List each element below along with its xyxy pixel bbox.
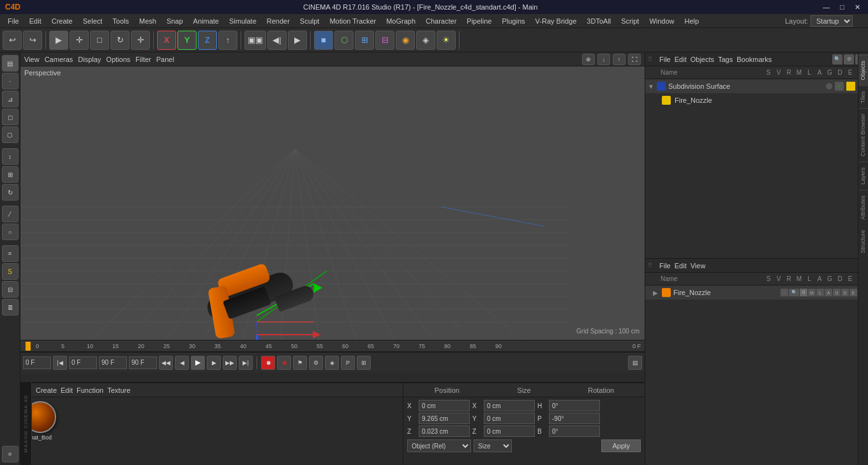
auto-record-btn[interactable]: ⏺ xyxy=(277,356,291,370)
menu-mograph[interactable]: MoGraph xyxy=(381,16,421,26)
obj-menu-objects[interactable]: Objects xyxy=(691,56,714,63)
menu-script[interactable]: Script xyxy=(616,16,644,26)
menu-window[interactable]: Window xyxy=(644,16,679,26)
transform-btn[interactable]: ✛ xyxy=(131,31,150,50)
rotate-tool-btn[interactable]: ↻ xyxy=(110,31,130,50)
edge-mode-btn[interactable]: ⊿ xyxy=(2,91,19,107)
record-btn[interactable]: ⏺ xyxy=(261,356,275,370)
rot-b-input[interactable]: 0° xyxy=(549,425,600,437)
menu-character[interactable]: Character xyxy=(421,16,461,26)
vp-icon3[interactable]: ↑ xyxy=(613,54,625,65)
vp-menu-cameras[interactable]: Cameras xyxy=(45,56,73,63)
brush-btn[interactable]: ○ xyxy=(2,224,19,240)
icon-l[interactable]: L xyxy=(816,289,824,296)
icon-e[interactable]: E xyxy=(849,289,857,296)
camera-btn[interactable]: ◈ xyxy=(416,31,435,50)
pos-y-input[interactable]: 9.265 cm xyxy=(419,413,470,424)
end-frame-input[interactable]: 90 F xyxy=(99,356,127,369)
pos-x-input[interactable]: 0 cm xyxy=(419,400,470,411)
timeline-settings-btn[interactable]: ⚙ xyxy=(309,356,323,370)
cube-btn[interactable]: ■ xyxy=(314,31,333,50)
minimize-btn[interactable]: — xyxy=(820,3,832,11)
pos-z-input[interactable]: 0.023 cm xyxy=(419,425,470,437)
menu-file[interactable]: File xyxy=(3,16,24,26)
vp-icon1[interactable]: ⊕ xyxy=(582,54,595,65)
menu-create[interactable]: Create xyxy=(47,16,78,26)
play-btn[interactable]: ▶ xyxy=(191,356,205,370)
3d-viewport[interactable]: Perspective xyxy=(20,66,645,340)
icon-g[interactable]: G xyxy=(833,289,841,296)
axis-x-btn[interactable]: X xyxy=(157,31,176,50)
goto-start-btn[interactable]: |◀ xyxy=(53,356,67,370)
mat-menu-edit[interactable]: Edit xyxy=(61,386,73,394)
start-frame-input[interactable]: 0 F xyxy=(69,356,97,369)
vp-menu-view[interactable]: View xyxy=(24,56,40,63)
close-btn[interactable]: ✕ xyxy=(852,3,863,11)
maximize-btn[interactable]: □ xyxy=(837,3,847,11)
menu-mesh[interactable]: Mesh xyxy=(134,16,161,26)
menu-animate[interactable]: Animate xyxy=(188,16,224,26)
size-z-input[interactable]: 0 cm xyxy=(484,425,535,437)
lower-menu-view[interactable]: View xyxy=(691,262,706,270)
model-mode-btn[interactable]: ▤ xyxy=(2,55,19,72)
icon-a[interactable]: A xyxy=(825,289,832,296)
move-mode-btn[interactable]: ↕ xyxy=(2,148,19,165)
keyframe-selection-btn[interactable]: ◈ xyxy=(325,356,339,370)
menu-edit[interactable]: Edit xyxy=(24,16,47,26)
prev-frame-btn[interactable]: ◀◀ xyxy=(159,356,173,370)
search-icon[interactable]: 🔍 xyxy=(832,54,842,65)
select-tool-btn[interactable]: ▶ xyxy=(49,31,68,50)
icon-m[interactable]: M xyxy=(808,289,816,296)
frame-mode-btn[interactable]: ▣▣ xyxy=(244,31,266,50)
goto-end-btn[interactable]: ▶| xyxy=(239,356,253,370)
path-btn[interactable]: P xyxy=(341,356,355,370)
play-btn[interactable]: ▶ xyxy=(288,31,307,50)
mat-menu-create[interactable]: Create xyxy=(36,386,57,394)
menu-3dtoall[interactable]: 3DToAll xyxy=(581,16,616,26)
layer-btn[interactable]: ≡ xyxy=(2,245,19,262)
menu-help[interactable]: Help xyxy=(680,16,705,26)
menu-simulate[interactable]: Simulate xyxy=(224,16,262,26)
lower-menu-file[interactable]: File xyxy=(659,262,671,270)
scene-btn[interactable]: ◉ xyxy=(396,31,415,50)
menu-motion-tracker[interactable]: Motion Tracker xyxy=(324,16,381,26)
next-keyframe-btn[interactable]: ▶ xyxy=(207,356,221,370)
size-y-input[interactable]: 0 cm xyxy=(484,413,535,424)
floor-btn[interactable]: ≡ xyxy=(2,446,19,462)
spline-btn[interactable]: ⬡ xyxy=(334,31,354,50)
tab-content-browser[interactable]: Content Browser xyxy=(858,108,869,162)
mat-menu-texture[interactable]: Texture xyxy=(107,386,130,394)
tab-attributes[interactable]: Attributes xyxy=(858,190,869,225)
axis-z-btn[interactable]: Z xyxy=(198,31,217,50)
menu-render[interactable]: Render xyxy=(262,16,295,26)
menu-pipeline[interactable]: Pipeline xyxy=(461,16,497,26)
options-btn[interactable]: ≣ xyxy=(2,299,19,316)
undo-btn[interactable]: ↩ xyxy=(3,31,22,50)
menu-vray[interactable]: V-Ray Bridge xyxy=(530,16,582,26)
snap-btn[interactable]: S xyxy=(2,263,19,280)
tab-structure[interactable]: Structure xyxy=(858,225,869,259)
tab-objects[interactable]: Objects xyxy=(858,55,869,86)
coord-system-dropdown[interactable]: Object (Rel) World xyxy=(407,439,471,452)
menu-tools[interactable]: Tools xyxy=(107,16,134,26)
move-tool-btn[interactable]: ✛ xyxy=(70,31,89,50)
fire-nozzle-row[interactable]: Fire_Nozzle xyxy=(645,93,868,107)
icon-v[interactable]: 🔍 xyxy=(789,289,799,296)
playhead-marker[interactable] xyxy=(26,343,31,349)
point-mode-btn[interactable]: · xyxy=(2,73,19,89)
subdiv-surface-row[interactable]: ▼ Subdivision Surface ✓ × xyxy=(645,79,868,93)
prev-keyframe-btn[interactable]: ◀ xyxy=(175,356,189,370)
size-x-input[interactable]: 0 cm xyxy=(484,400,535,411)
obj-menu-file[interactable]: File xyxy=(659,56,671,63)
layout-dropdown[interactable]: Startup xyxy=(811,15,853,27)
light-btn[interactable]: ☀ xyxy=(437,31,456,50)
layout-selector[interactable]: Layout: Startup xyxy=(785,15,865,27)
scale-mode-btn[interactable]: ⊞ xyxy=(2,166,19,183)
current-frame-input[interactable]: 0 F xyxy=(23,356,51,369)
workplane-btn[interactable]: ⊟ xyxy=(2,281,19,298)
vp-icon2[interactable]: ↓ xyxy=(597,54,610,65)
lower-fire-nozzle-row[interactable]: ▶ Fire_Nozzle · 🔍 ⚙ M L A G D E × xyxy=(645,286,868,300)
icon-r[interactable]: ⚙ xyxy=(800,289,807,296)
timeline-grid-btn[interactable]: ⊞ xyxy=(357,356,371,370)
lower-menu-edit[interactable]: Edit xyxy=(675,262,687,270)
